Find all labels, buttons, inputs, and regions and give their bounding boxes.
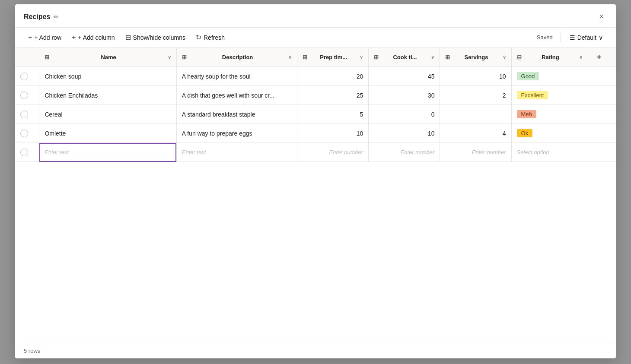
row-checkbox-cell	[15, 67, 39, 86]
new-row-name-placeholder[interactable]: Enter text	[45, 149, 69, 155]
row-rating-cell[interactable]: Excellent	[511, 86, 588, 105]
row-prep-time: 20	[357, 73, 363, 80]
row-checkbox[interactable]	[20, 92, 28, 99]
new-row-servings-cell[interactable]: Enter number	[440, 143, 511, 162]
name-col-label: Name	[51, 54, 165, 60]
refresh-icon: ↻	[196, 33, 201, 41]
row-rating-cell[interactable]: Ok	[511, 124, 588, 143]
row-rating-cell[interactable]: Good	[511, 67, 588, 86]
add-column-button[interactable]: + + Add column	[67, 32, 119, 44]
row-checkbox[interactable]	[20, 111, 28, 118]
row-prep-time-cell[interactable]: 25	[297, 86, 369, 105]
close-button[interactable]: ×	[596, 10, 607, 23]
row-rating-cell[interactable]: Meh	[511, 105, 588, 124]
desc-col-sort[interactable]: ∨	[288, 54, 292, 60]
row-prep-time: 10	[357, 130, 363, 137]
row-description-cell[interactable]: A fun way to prepare eggs	[176, 124, 297, 143]
prep-col-label: Prep tim...	[309, 54, 357, 60]
desc-col-icon: ⊞	[182, 54, 187, 60]
new-row-checkbox-cell	[15, 143, 39, 162]
row-name: Chicken soup	[45, 73, 81, 80]
row-servings-cell[interactable]	[440, 105, 511, 124]
row-servings-cell[interactable]: 4	[440, 124, 511, 143]
header-rating[interactable]: ⊟ Rating ∨	[511, 47, 588, 67]
new-row-rating-cell[interactable]: Select option	[511, 143, 588, 162]
row-add-col-cell	[588, 124, 616, 143]
new-row-name-cell[interactable]: Enter text	[39, 143, 176, 162]
row-name-cell[interactable]: Omlette	[39, 124, 176, 143]
header-name[interactable]: ⊞ Name ∨	[39, 47, 176, 67]
row-name-cell[interactable]: Chicken Enchiladas	[39, 86, 176, 105]
modal-title: Recipes	[24, 13, 50, 21]
row-add-col-cell	[588, 67, 616, 86]
row-cook-time-cell[interactable]: 0	[369, 105, 440, 124]
row-cook-time: 30	[428, 92, 435, 99]
row-checkbox[interactable]	[20, 130, 28, 137]
saved-label: Saved	[537, 34, 553, 41]
table-container: ⊞ Name ∨ ⊞ Description ∨	[15, 47, 616, 343]
row-servings: 10	[499, 73, 506, 80]
new-row-cook-cell[interactable]: Enter number	[369, 143, 440, 162]
edit-icon[interactable]: ✏	[54, 13, 59, 20]
add-row-icon: +	[28, 34, 32, 41]
row-prep-time-cell[interactable]: 20	[297, 67, 369, 86]
row-description-cell[interactable]: A standard breakfast staple	[176, 105, 297, 124]
add-column-plus-icon[interactable]: +	[588, 47, 610, 66]
row-cook-time-cell[interactable]: 45	[369, 67, 440, 86]
rating-col-sort[interactable]: ∨	[579, 54, 583, 60]
row-name-cell[interactable]: Chicken soup	[39, 67, 176, 86]
row-name: Cereal	[45, 111, 62, 118]
new-row-serv-placeholder[interactable]: Enter number	[472, 149, 506, 155]
row-description: A dish that goes well with sour cr...	[182, 92, 274, 99]
row-prep-time-cell[interactable]: 5	[297, 105, 369, 124]
refresh-button[interactable]: ↻ Refresh	[191, 31, 229, 44]
toolbar: + + Add row + + Add column ⊟ Show/hide c…	[15, 28, 616, 47]
header-description[interactable]: ⊞ Description ∨	[176, 47, 297, 67]
row-cook-time-cell[interactable]: 30	[369, 86, 440, 105]
view-button[interactable]: ☰ Default ∨	[565, 32, 607, 43]
row-description-cell[interactable]: A dish that goes well with sour cr...	[176, 86, 297, 105]
new-row-prep-cell[interactable]: Enter number	[297, 143, 369, 162]
row-add-col-cell	[588, 86, 616, 105]
row-description-cell[interactable]: A hearty soup for the soul	[176, 67, 297, 86]
show-hide-button[interactable]: ⊟ Show/hide columns	[121, 31, 190, 44]
row-servings-cell[interactable]: 10	[440, 67, 511, 86]
row-rating-badge: Excellent	[517, 91, 548, 99]
row-cook-time: 45	[428, 73, 435, 80]
new-row-rating-placeholder[interactable]: Select option	[517, 149, 549, 155]
serv-col-sort[interactable]: ∨	[503, 54, 506, 60]
new-row-checkbox[interactable]	[20, 149, 28, 156]
row-cook-time-cell[interactable]: 10	[369, 124, 440, 143]
header-prep-time[interactable]: ⊞ Prep tim... ∨	[297, 47, 369, 67]
row-servings-cell[interactable]: 2	[440, 86, 511, 105]
refresh-label: Refresh	[204, 34, 225, 41]
cook-col-sort[interactable]: ∨	[431, 54, 434, 60]
name-col-sort[interactable]: ∨	[168, 54, 171, 60]
add-row-button[interactable]: + + Add row	[24, 32, 66, 44]
new-row-description-cell[interactable]: Enter text	[176, 143, 297, 162]
row-name: Omlette	[45, 130, 66, 137]
header-servings[interactable]: ⊞ Servings ∨	[440, 47, 511, 67]
row-prep-time: 5	[360, 111, 363, 118]
header-checkbox	[15, 47, 39, 67]
table-row: Chicken EnchiladasA dish that goes well …	[15, 86, 616, 105]
cook-col-icon: ⊞	[374, 54, 379, 60]
serv-col-icon: ⊞	[445, 54, 450, 60]
new-row-desc-placeholder[interactable]: Enter text	[182, 149, 206, 155]
add-column-icon: +	[72, 34, 76, 41]
new-row-prep-placeholder[interactable]: Enter number	[329, 149, 363, 155]
row-add-col-cell	[588, 105, 616, 124]
row-servings: 2	[503, 92, 506, 99]
row-prep-time-cell[interactable]: 10	[297, 124, 369, 143]
serv-col-label: Servings	[452, 54, 500, 60]
prep-col-sort[interactable]: ∨	[360, 54, 363, 60]
row-checkbox[interactable]	[20, 73, 28, 80]
new-row-add-col	[588, 143, 616, 162]
row-name-cell[interactable]: Cereal	[39, 105, 176, 124]
row-description: A standard breakfast staple	[182, 111, 255, 118]
header-add-column[interactable]: +	[588, 47, 616, 67]
new-row-cook-placeholder[interactable]: Enter number	[401, 149, 435, 155]
name-col-icon: ⊞	[45, 54, 49, 60]
modal-header: Recipes ✏ ×	[15, 4, 616, 28]
header-cook-time[interactable]: ⊞ Cook ti... ∨	[369, 47, 440, 67]
